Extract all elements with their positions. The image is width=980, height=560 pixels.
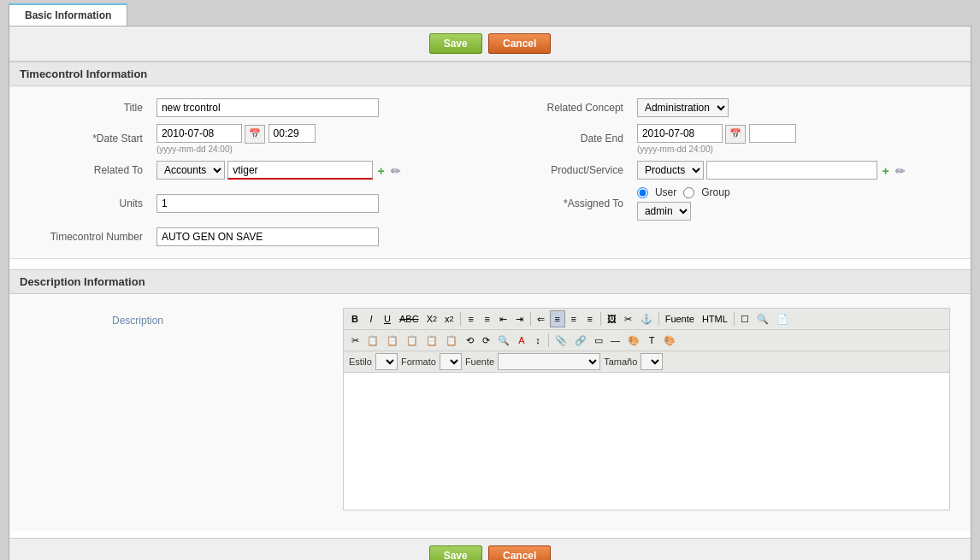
related-concept-label: Related Concept [490, 95, 630, 121]
toolbar-anchor-btn[interactable]: ⚓ [637, 310, 656, 327]
toolbar-ol-btn[interactable]: ≡ [463, 310, 479, 327]
related-concept-value-cell: Administration [630, 95, 971, 121]
toolbar-bold-btn[interactable]: B [347, 310, 363, 327]
toolbar-image-btn[interactable]: 🖼 [604, 310, 620, 327]
editor-wrapper: B I U ABC X2 x2 ≡ ≡ ⇤ ⇥ ⇐ [172, 301, 960, 517]
toolbar-sep2 [530, 312, 531, 326]
toolbar-sep1 [460, 312, 461, 326]
time-end-input[interactable] [749, 124, 796, 143]
tab-basic-information[interactable]: Basic Information [9, 3, 127, 26]
toolbar-table-btn[interactable]: ▭ [591, 332, 606, 349]
toolbar-outdent-btn[interactable]: ⇤ [496, 310, 511, 327]
toolbar-preview-btn[interactable]: 🔍 [753, 310, 772, 327]
date-start-input[interactable] [156, 124, 242, 143]
related-to-add-btn[interactable]: + [376, 164, 387, 178]
save-button-bottom[interactable]: Save [429, 545, 482, 560]
title-value-cell [150, 95, 490, 121]
product-service-dropdown[interactable]: Products [637, 161, 704, 180]
date-start-hint: (yyyy-mm-dd 24:00) [156, 144, 483, 154]
toolbar-html-btn[interactable]: HTML [699, 310, 731, 327]
timecontrol-form-table: Title Related Concept Administration *Da… [9, 95, 971, 250]
toolbar-unlink-btn[interactable]: 🔗 [571, 332, 590, 349]
formato-label: Formato [401, 357, 436, 367]
assigned-to-group-radio[interactable] [683, 187, 694, 198]
editor-toolbar-row1: B I U ABC X2 x2 ≡ ≡ ⇤ ⇥ ⇐ [344, 309, 949, 330]
fuente-select[interactable] [498, 353, 600, 370]
toolbar-link-btn[interactable]: 📎 [552, 332, 570, 349]
toolbar-font-btn[interactable]: Fuente [662, 310, 698, 327]
toolbar-undo-btn[interactable]: ⟲ [462, 332, 477, 349]
toolbar-text-color-btn[interactable]: T [644, 332, 659, 349]
related-to-input[interactable] [227, 161, 373, 180]
assigned-to-label: *Assigned To [490, 183, 630, 224]
toolbar-emoji-btn[interactable]: 🎨 [624, 332, 643, 349]
editor-container: B I U ABC X2 x2 ≡ ≡ ⇤ ⇥ ⇐ [343, 308, 950, 510]
tamano-select[interactable] [641, 353, 663, 370]
toolbar-underline-btn[interactable]: U [380, 310, 395, 327]
assigned-to-select[interactable]: admin [637, 202, 691, 221]
estilo-select[interactable] [375, 353, 398, 370]
related-to-dropdown[interactable]: Accounts [156, 161, 225, 180]
toolbar-blockquote-btn[interactable]: ⇐ [534, 310, 549, 327]
toolbar-new-doc-btn[interactable]: ☐ [737, 310, 753, 327]
product-edit-btn[interactable]: ✏ [894, 164, 907, 178]
timecontrol-section-header: Timecontrol Information [9, 62, 971, 86]
toolbar-copy-btn[interactable]: 📋 [363, 332, 382, 349]
date-end-value-cell: 📅 (yyyy-mm-dd 24:00) [630, 121, 971, 157]
editor-body[interactable] [344, 373, 949, 510]
save-button-top[interactable]: Save [429, 33, 482, 54]
toolbar-redo-btn[interactable]: ⟳ [478, 332, 493, 349]
toolbar-italic-btn[interactable]: I [363, 310, 379, 327]
toolbar-print-btn[interactable]: 📄 [773, 310, 792, 327]
toolbar-ul-btn[interactable]: ≡ [480, 310, 495, 327]
toolbar-align-center-btn[interactable]: ≡ [566, 310, 582, 327]
date-end-input[interactable] [637, 124, 723, 143]
assigned-to-group-label: Group [701, 186, 729, 198]
toolbar-paste2-btn[interactable]: 📋 [403, 332, 422, 349]
units-input[interactable] [156, 194, 379, 213]
toolbar-cut2-btn[interactable]: ✂ [347, 332, 363, 349]
date-end-calendar-btn[interactable]: 📅 [725, 125, 746, 144]
related-to-label: Related To [9, 157, 150, 184]
toolbar-strikethrough-btn[interactable]: ABC [396, 310, 422, 327]
toolbar-cut-btn[interactable]: ✂ [621, 310, 636, 327]
timecontrol-number-input[interactable] [156, 227, 379, 246]
related-to-edit-btn[interactable]: ✏ [389, 164, 403, 178]
cancel-button-bottom[interactable]: Cancel [488, 545, 551, 560]
time-start-input[interactable] [269, 124, 316, 143]
editor-format-bar: Estilo Formato Fuente Tamaño [344, 351, 949, 373]
product-service-input[interactable] [706, 161, 877, 180]
date-end-label: Date End [490, 121, 630, 157]
toolbar-paste3-btn[interactable]: 📋 [422, 332, 441, 349]
date-start-calendar-btn[interactable]: 📅 [245, 125, 265, 144]
timecontrol-number-value-cell [150, 224, 490, 250]
toolbar-align-right-btn[interactable]: ≡ [582, 310, 598, 327]
assigned-to-user-radio[interactable] [637, 187, 648, 198]
formato-select[interactable] [440, 353, 462, 370]
toolbar-font-color-btn[interactable]: A [514, 332, 529, 349]
product-service-value-cell: Products + ✏ [630, 157, 971, 184]
assigned-to-radio-group: User Group [637, 186, 964, 198]
toolbar-superscript-btn[interactable]: x2 [441, 310, 458, 327]
cancel-button-top[interactable]: Cancel [488, 33, 551, 54]
toolbar-bg-color-btn[interactable]: 🎨 [660, 332, 679, 349]
toolbar-sep4 [658, 312, 659, 326]
product-service-label: Product/Service [490, 157, 630, 184]
product-add-btn[interactable]: + [881, 164, 891, 178]
units-label: Units [9, 183, 150, 224]
top-action-row: Save Cancel [9, 27, 971, 62]
toolbar-align-left-btn[interactable]: ≡ [550, 310, 565, 327]
date-end-hint: (yyyy-mm-dd 24:00) [637, 144, 964, 154]
assigned-to-user-label: User [655, 186, 676, 198]
toolbar-indent-btn[interactable]: ⇥ [512, 310, 528, 327]
toolbar-subscript-btn[interactable]: X2 [423, 310, 440, 327]
toolbar-paste-btn[interactable]: 📋 [383, 332, 402, 349]
description-section-header: Description Information [9, 269, 971, 294]
timecontrol-section-body: Title Related Concept Administration *Da… [9, 86, 971, 259]
toolbar-paste4-btn[interactable]: 📋 [442, 332, 461, 349]
toolbar-hr-btn[interactable]: — [607, 332, 623, 349]
toolbar-find-btn[interactable]: 🔍 [494, 332, 513, 349]
title-input[interactable] [156, 98, 379, 117]
related-concept-select[interactable]: Administration [637, 98, 729, 117]
toolbar-resize-btn[interactable]: ↕ [530, 332, 546, 349]
